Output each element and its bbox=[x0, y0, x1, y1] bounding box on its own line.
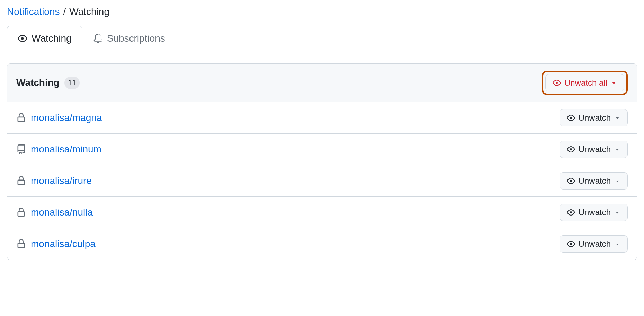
panel-title: Watching bbox=[16, 77, 60, 88]
unwatch-all-label: Unwatch all bbox=[564, 78, 607, 88]
lock-icon bbox=[16, 176, 26, 186]
tabs: Watching Subscriptions bbox=[7, 26, 637, 51]
unwatch-label: Unwatch bbox=[579, 113, 611, 123]
caret-down-icon bbox=[614, 209, 620, 216]
eye-icon bbox=[567, 145, 575, 153]
breadcrumb-current: Watching bbox=[69, 6, 109, 17]
unwatch-label: Unwatch bbox=[579, 144, 611, 154]
lock-icon bbox=[16, 113, 26, 123]
tab-subscriptions-label: Subscriptions bbox=[107, 33, 165, 44]
eye-icon bbox=[567, 240, 575, 248]
repo-row: monalisa/minumUnwatch bbox=[7, 134, 637, 165]
count-badge: 11 bbox=[64, 77, 80, 89]
unwatch-label: Unwatch bbox=[579, 239, 611, 249]
breadcrumb-link-notifications[interactable]: Notifications bbox=[7, 6, 60, 17]
repo-link[interactable]: monalisa/irure bbox=[31, 175, 92, 186]
repo-link[interactable]: monalisa/culpa bbox=[31, 238, 96, 249]
repo-row: monalisa/irureUnwatch bbox=[7, 165, 637, 197]
watching-panel: Watching 11 Unwatch all monalisa/magnaUn… bbox=[7, 63, 637, 260]
unwatch-button[interactable]: Unwatch bbox=[560, 172, 628, 190]
repo-row: monalisa/magnaUnwatch bbox=[7, 102, 637, 134]
unwatch-button[interactable]: Unwatch bbox=[560, 204, 628, 221]
tab-subscriptions[interactable]: Subscriptions bbox=[82, 26, 176, 51]
unwatch-button[interactable]: Unwatch bbox=[560, 235, 628, 253]
eye-icon bbox=[18, 34, 27, 43]
tab-watching[interactable]: Watching bbox=[7, 26, 82, 51]
repo-list: monalisa/magnaUnwatchmonalisa/minumUnwat… bbox=[7, 102, 637, 260]
repo-icon bbox=[16, 144, 26, 154]
caret-down-icon bbox=[614, 241, 620, 247]
caret-down-icon bbox=[614, 115, 620, 121]
eye-icon bbox=[567, 114, 575, 122]
lock-icon bbox=[16, 208, 26, 217]
eye-icon bbox=[567, 208, 575, 217]
unwatch-button[interactable]: Unwatch bbox=[560, 141, 628, 158]
unwatch-all-button[interactable]: Unwatch all bbox=[545, 74, 624, 91]
repo-link[interactable]: monalisa/minum bbox=[31, 144, 101, 155]
eye-icon bbox=[567, 177, 575, 185]
breadcrumb: Notifications / Watching bbox=[7, 0, 637, 26]
caret-down-icon bbox=[611, 80, 617, 86]
bell-icon bbox=[93, 34, 103, 43]
caret-down-icon bbox=[614, 178, 620, 184]
repo-link[interactable]: monalisa/magna bbox=[31, 112, 102, 123]
repo-link[interactable]: monalisa/nulla bbox=[31, 207, 93, 218]
repo-row: monalisa/nullaUnwatch bbox=[7, 197, 637, 228]
panel-header: Watching 11 Unwatch all bbox=[7, 64, 637, 102]
unwatch-label: Unwatch bbox=[579, 176, 611, 186]
unwatch-all-highlight: Unwatch all bbox=[542, 71, 628, 95]
caret-down-icon bbox=[614, 146, 620, 152]
breadcrumb-separator: / bbox=[63, 6, 66, 17]
unwatch-button[interactable]: Unwatch bbox=[560, 109, 628, 126]
eye-icon bbox=[553, 79, 561, 87]
repo-row: monalisa/culpaUnwatch bbox=[7, 228, 637, 260]
lock-icon bbox=[16, 239, 26, 249]
tab-watching-label: Watching bbox=[32, 33, 72, 44]
unwatch-label: Unwatch bbox=[579, 208, 611, 217]
